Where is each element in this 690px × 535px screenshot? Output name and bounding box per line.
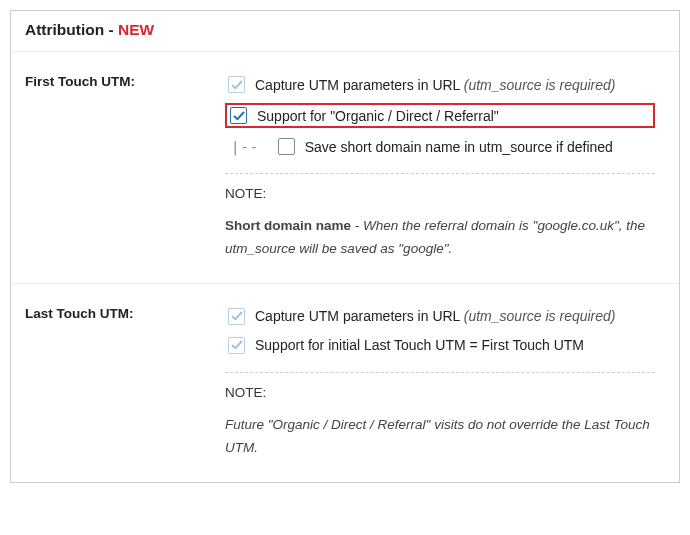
opt-capture-utm-first[interactable]: Capture UTM parameters in URL (utm_sourc…	[225, 74, 655, 95]
checkbox-checked-locked-icon	[228, 337, 245, 354]
tree-indent-icon: |--	[231, 139, 269, 155]
checkbox-unchecked-icon	[278, 138, 295, 155]
opt-label: Support for initial Last Touch UTM = Fir…	[255, 337, 584, 353]
opt-initial-last-touch[interactable]: Support for initial Last Touch UTM = Fir…	[225, 335, 655, 356]
checkbox-checked-locked-icon	[228, 76, 245, 93]
panel-header: Attribution - NEW	[11, 11, 679, 52]
note-label: NOTE:	[225, 186, 655, 201]
new-badge: NEW	[118, 21, 154, 38]
last-touch-options: Capture UTM parameters in URL (utm_sourc…	[225, 306, 673, 460]
opt-support-organic[interactable]: Support for "Organic / Direct / Referral…	[225, 103, 655, 128]
panel-body: First Touch UTM: Capture UTM parameters …	[11, 52, 679, 482]
opt-label: Capture UTM parameters in URL (utm_sourc…	[255, 308, 616, 324]
last-touch-label: Last Touch UTM:	[25, 306, 225, 460]
note-text: Future "Organic / Direct / Referral" vis…	[225, 414, 655, 460]
first-touch-options: Capture UTM parameters in URL (utm_sourc…	[225, 74, 673, 261]
opt-label: Capture UTM parameters in URL (utm_sourc…	[255, 77, 616, 93]
note-text: Short domain name - When the referral do…	[225, 215, 655, 261]
opt-label: Support for "Organic / Direct / Referral…	[257, 108, 499, 124]
panel-title: Attribution -	[25, 21, 118, 38]
opt-short-domain-wrap: |-- Save short domain name in utm_source…	[225, 136, 655, 157]
opt-capture-utm-last[interactable]: Capture UTM parameters in URL (utm_sourc…	[225, 306, 655, 327]
opt-label: Save short domain name in utm_source if …	[305, 139, 613, 155]
first-touch-label: First Touch UTM:	[25, 74, 225, 261]
opt-short-domain[interactable]: Save short domain name in utm_source if …	[275, 136, 616, 157]
note-label: NOTE:	[225, 385, 655, 400]
note-strong: Short domain name	[225, 218, 351, 233]
last-touch-row: Last Touch UTM: Capture UTM parameters i…	[11, 283, 679, 482]
first-touch-row: First Touch UTM: Capture UTM parameters …	[11, 52, 679, 283]
divider	[225, 372, 655, 373]
divider	[225, 173, 655, 174]
checkbox-checked-locked-icon	[228, 308, 245, 325]
checkbox-checked-icon	[230, 107, 247, 124]
attribution-panel: Attribution - NEW First Touch UTM: Captu…	[10, 10, 680, 483]
